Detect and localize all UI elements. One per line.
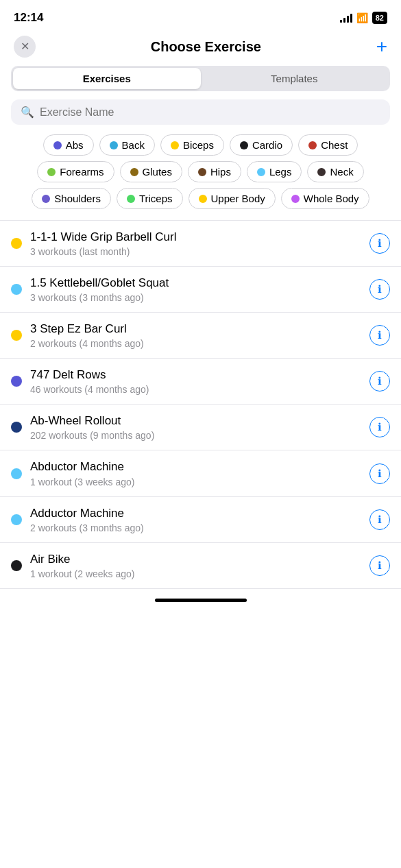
- exercise-name: Ab-Wheel Rollout: [30, 413, 361, 429]
- filter-tag-forearms[interactable]: Forearms: [37, 161, 114, 182]
- tag-label: Neck: [330, 166, 353, 178]
- filter-tag-hips[interactable]: Hips: [188, 161, 241, 182]
- tag-label: Forearms: [60, 166, 104, 178]
- exercise-dot: [11, 330, 22, 341]
- tag-dot: [47, 168, 56, 176]
- tag-dot: [240, 141, 248, 149]
- tag-label: Upper Body: [211, 193, 265, 204]
- info-icon: ℹ: [378, 375, 382, 387]
- tag-label: Cardio: [252, 139, 282, 151]
- exercise-item[interactable]: Ab-Wheel Rollout202 workouts (9 months a…: [0, 405, 401, 450]
- filter-tag-triceps[interactable]: Triceps: [117, 188, 183, 209]
- exercise-info: Abductor Machine1 workout (3 weeks ago): [30, 459, 361, 487]
- tag-label: Shoulders: [54, 193, 101, 204]
- exercise-dot: [11, 468, 22, 479]
- filter-tag-shoulders[interactable]: Shoulders: [32, 188, 111, 209]
- exercise-info: 1.5 Kettlebell/Goblet Squat3 workouts (3…: [30, 276, 361, 303]
- header: ✕ Choose Exercise +: [0, 30, 401, 66]
- exercise-name: Abductor Machine: [30, 459, 361, 474]
- info-icon: ℹ: [378, 559, 382, 572]
- exercise-subtitle: 1 workout (3 weeks ago): [30, 477, 361, 487]
- exercise-subtitle: 2 workouts (3 months ago): [30, 522, 361, 533]
- add-button[interactable]: +: [376, 37, 387, 56]
- exercise-item[interactable]: 1.5 Kettlebell/Goblet Squat3 workouts (3…: [0, 267, 401, 313]
- exercise-dot: [11, 422, 22, 433]
- signal-icon: [340, 13, 352, 23]
- tag-dot: [308, 141, 317, 149]
- status-icons: 📶 82: [340, 12, 387, 24]
- exercise-info-button[interactable]: ℹ: [369, 555, 390, 576]
- info-icon: ℹ: [378, 514, 382, 526]
- exercise-info-button[interactable]: ℹ: [369, 509, 390, 530]
- close-button[interactable]: ✕: [14, 36, 36, 58]
- tag-label: Triceps: [139, 193, 173, 204]
- tag-label: Abs: [66, 139, 84, 151]
- tag-dot: [42, 195, 50, 203]
- exercise-item[interactable]: 747 Delt Rows46 workouts (4 months ago)ℹ: [0, 359, 401, 405]
- exercise-name: Air Bike: [30, 552, 361, 567]
- filter-tag-neck[interactable]: Neck: [307, 161, 363, 182]
- exercise-item[interactable]: Adductor Machine2 workouts (3 months ago…: [0, 497, 401, 543]
- exercise-name: 3 Step Ez Bar Curl: [30, 322, 361, 337]
- home-indicator: [155, 599, 247, 602]
- tag-label: Hips: [210, 166, 231, 178]
- filter-tag-back[interactable]: Back: [99, 134, 155, 156]
- exercise-item[interactable]: 3 Step Ez Bar Curl2 workouts (4 months a…: [0, 313, 401, 359]
- info-icon: ℹ: [378, 468, 382, 480]
- exercise-item[interactable]: Abductor Machine1 workout (3 weeks ago)ℹ: [0, 450, 401, 496]
- exercise-info-button[interactable]: ℹ: [369, 233, 390, 254]
- exercise-info-button[interactable]: ℹ: [369, 371, 390, 391]
- exercise-info-button[interactable]: ℹ: [369, 325, 390, 346]
- filter-tag-whole-body[interactable]: Whole Body: [281, 188, 369, 209]
- exercise-list: 1-1-1 Wide Grip Barbell Curl3 workouts (…: [0, 221, 401, 589]
- exercise-dot: [11, 284, 22, 295]
- tab-templates[interactable]: Templates: [201, 68, 389, 89]
- tag-dot: [317, 168, 326, 176]
- tag-label: Biceps: [183, 139, 214, 151]
- filter-tag-cardio[interactable]: Cardio: [230, 134, 293, 156]
- status-time: 12:14: [14, 11, 43, 25]
- exercise-item[interactable]: Air Bike1 workout (2 weeks ago)ℹ: [0, 543, 401, 589]
- exercise-subtitle: 202 workouts (9 months ago): [30, 430, 361, 441]
- tag-label: Whole Body: [304, 193, 359, 204]
- tag-label: Legs: [269, 166, 292, 178]
- exercise-dot: [11, 238, 22, 249]
- exercise-info-button[interactable]: ℹ: [369, 463, 390, 484]
- tag-dot: [127, 195, 135, 203]
- exercise-info: Adductor Machine2 workouts (3 months ago…: [30, 506, 361, 533]
- filter-tag-biceps[interactable]: Biceps: [160, 134, 224, 156]
- tag-label: Chest: [321, 139, 348, 151]
- exercise-subtitle: 2 workouts (4 months ago): [30, 338, 361, 349]
- info-icon: ℹ: [378, 329, 382, 341]
- exercise-info-button[interactable]: ℹ: [369, 279, 390, 300]
- tag-label: Glutes: [143, 166, 172, 178]
- tag-dot: [130, 168, 138, 176]
- exercise-info: Ab-Wheel Rollout202 workouts (9 months a…: [30, 413, 361, 441]
- exercise-item[interactable]: 1-1-1 Wide Grip Barbell Curl3 workouts (…: [0, 221, 401, 267]
- exercise-subtitle: 46 workouts (4 months ago): [30, 384, 361, 395]
- info-icon: ℹ: [378, 283, 382, 296]
- filter-tag-chest[interactable]: Chest: [298, 134, 358, 156]
- search-container: 🔍: [11, 99, 390, 125]
- exercise-dot: [11, 560, 22, 571]
- exercise-name: 1.5 Kettlebell/Goblet Squat: [30, 276, 361, 291]
- exercise-name: 1-1-1 Wide Grip Barbell Curl: [30, 230, 361, 245]
- page-title: Choose Exercise: [151, 39, 261, 55]
- filter-tag-upper-body[interactable]: Upper Body: [189, 188, 276, 209]
- exercise-name: Adductor Machine: [30, 506, 361, 521]
- tag-label: Back: [122, 139, 145, 151]
- filter-tags: AbsBackBicepsCardioChestForearmsGlutesHi…: [0, 134, 401, 215]
- tag-dot: [257, 168, 265, 176]
- tag-dot: [110, 141, 118, 149]
- tag-dot: [198, 168, 206, 176]
- filter-tag-abs[interactable]: Abs: [43, 134, 94, 156]
- filter-tag-glutes[interactable]: Glutes: [120, 161, 182, 182]
- filter-tag-legs[interactable]: Legs: [247, 161, 302, 182]
- tag-dot: [291, 195, 300, 203]
- exercise-info-button[interactable]: ℹ: [369, 417, 390, 437]
- tab-exercises[interactable]: Exercises: [13, 68, 201, 89]
- exercise-dot: [11, 376, 22, 387]
- exercise-subtitle: 3 workouts (3 months ago): [30, 292, 361, 303]
- info-icon: ℹ: [378, 237, 382, 250]
- search-input[interactable]: [40, 106, 380, 119]
